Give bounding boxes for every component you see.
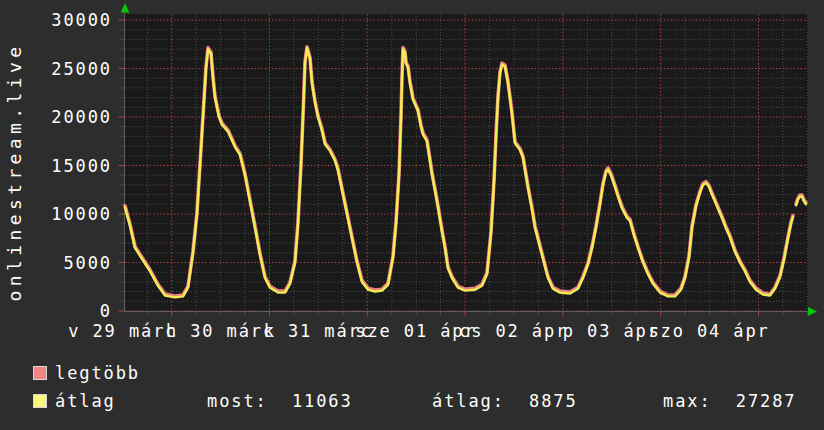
stat-atlag: átlag: 8875 [432, 391, 578, 411]
y-axis-tick-label: 15000 [0, 156, 112, 176]
series-max-line [125, 47, 793, 296]
y-axis-arrow-icon [121, 3, 130, 13]
x-axis-day-label: v 29 márc [68, 321, 177, 341]
legend-swatch-max [33, 366, 47, 380]
stat-max: max: 27287 [663, 391, 796, 411]
rrdtool-graph: onlinestream.live 0500010000150002000025… [0, 0, 824, 430]
y-axis-tick-label: 0 [0, 301, 112, 321]
y-axis-tick-label: 25000 [0, 59, 112, 79]
legend-label-max: legtöbb [55, 363, 140, 383]
legend-label-avg: átlag [55, 391, 116, 411]
y-axis-tick-label: 30000 [0, 10, 112, 30]
x-axis-arrow-icon [808, 307, 817, 316]
x-axis-day-label: p 03 ápr [563, 321, 660, 341]
y-axis-tick-label: 20000 [0, 107, 112, 127]
x-axis-day-label: h 30 márc [166, 321, 275, 341]
x-axis-day-label: cs 02 ápr [459, 321, 568, 341]
legend-swatch-avg [33, 394, 47, 408]
stat-most: most: 11063 [207, 391, 353, 411]
y-axis-tick-label: 5000 [0, 253, 112, 273]
x-axis-day-label: szo 04 ápr [648, 321, 769, 341]
y-axis-tick-label: 10000 [0, 204, 112, 224]
series-avg-line [125, 48, 793, 297]
